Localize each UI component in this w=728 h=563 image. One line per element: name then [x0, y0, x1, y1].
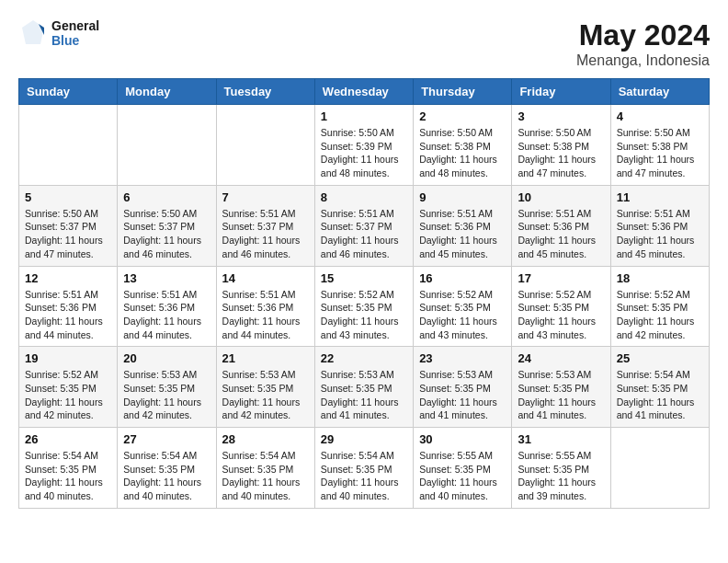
day-cell: 23Sunrise: 5:53 AM Sunset: 5:35 PM Dayli… [414, 347, 512, 428]
logo-container: General Blue [18, 18, 99, 48]
day-number: 13 [123, 271, 210, 285]
day-info: Sunrise: 5:50 AM Sunset: 5:38 PM Dayligh… [617, 126, 703, 180]
title-block: May 2024 Menanga, Indonesia [576, 18, 710, 69]
day-cell: 2Sunrise: 5:50 AM Sunset: 5:38 PM Daylig… [414, 105, 512, 186]
day-number: 11 [617, 190, 703, 204]
calendar-table: SundayMondayTuesdayWednesdayThursdayFrid… [18, 78, 710, 509]
logo-svg-icon [18, 18, 48, 48]
week-row-4: 19Sunrise: 5:52 AM Sunset: 5:35 PM Dayli… [19, 347, 710, 428]
day-info: Sunrise: 5:50 AM Sunset: 5:38 PM Dayligh… [518, 126, 604, 180]
day-cell: 16Sunrise: 5:52 AM Sunset: 5:35 PM Dayli… [414, 266, 512, 347]
day-number: 25 [617, 351, 703, 365]
day-number: 26 [25, 432, 111, 446]
day-cell: 4Sunrise: 5:50 AM Sunset: 5:38 PM Daylig… [610, 105, 709, 186]
day-cell: 31Sunrise: 5:55 AM Sunset: 5:35 PM Dayli… [512, 428, 610, 509]
day-number: 3 [518, 109, 604, 123]
day-cell [118, 105, 216, 186]
day-info: Sunrise: 5:52 AM Sunset: 5:35 PM Dayligh… [518, 288, 604, 342]
day-cell: 1Sunrise: 5:50 AM Sunset: 5:39 PM Daylig… [314, 105, 413, 186]
day-info: Sunrise: 5:55 AM Sunset: 5:35 PM Dayligh… [419, 449, 506, 503]
day-cell: 19Sunrise: 5:52 AM Sunset: 5:35 PM Dayli… [19, 347, 118, 428]
day-cell: 14Sunrise: 5:51 AM Sunset: 5:36 PM Dayli… [216, 266, 314, 347]
day-info: Sunrise: 5:54 AM Sunset: 5:35 PM Dayligh… [222, 449, 309, 503]
day-number: 9 [419, 190, 506, 204]
day-number: 18 [617, 271, 703, 285]
day-number: 16 [419, 271, 506, 285]
day-info: Sunrise: 5:53 AM Sunset: 5:35 PM Dayligh… [518, 368, 604, 422]
logo-blue: Blue [51, 33, 99, 48]
day-cell: 12Sunrise: 5:51 AM Sunset: 5:36 PM Dayli… [19, 266, 118, 347]
day-info: Sunrise: 5:54 AM Sunset: 5:35 PM Dayligh… [123, 449, 210, 503]
day-cell: 24Sunrise: 5:53 AM Sunset: 5:35 PM Dayli… [512, 347, 610, 428]
day-number: 20 [123, 351, 210, 365]
day-info: Sunrise: 5:51 AM Sunset: 5:37 PM Dayligh… [321, 207, 407, 261]
day-cell: 29Sunrise: 5:54 AM Sunset: 5:35 PM Dayli… [314, 428, 413, 509]
day-number: 12 [25, 271, 111, 285]
day-cell: 7Sunrise: 5:51 AM Sunset: 5:37 PM Daylig… [216, 185, 314, 266]
day-info: Sunrise: 5:53 AM Sunset: 5:35 PM Dayligh… [222, 368, 309, 422]
day-cell [216, 105, 314, 186]
day-cell: 21Sunrise: 5:53 AM Sunset: 5:35 PM Dayli… [216, 347, 314, 428]
day-info: Sunrise: 5:50 AM Sunset: 5:37 PM Dayligh… [25, 207, 111, 261]
day-info: Sunrise: 5:50 AM Sunset: 5:39 PM Dayligh… [321, 126, 407, 180]
day-cell: 20Sunrise: 5:53 AM Sunset: 5:35 PM Dayli… [118, 347, 216, 428]
day-number: 17 [518, 271, 604, 285]
day-number: 4 [617, 109, 703, 123]
day-number: 27 [123, 432, 210, 446]
day-cell: 26Sunrise: 5:54 AM Sunset: 5:35 PM Dayli… [19, 428, 118, 509]
day-info: Sunrise: 5:55 AM Sunset: 5:35 PM Dayligh… [518, 449, 604, 503]
day-info: Sunrise: 5:51 AM Sunset: 5:36 PM Dayligh… [617, 207, 703, 261]
day-info: Sunrise: 5:54 AM Sunset: 5:35 PM Dayligh… [617, 368, 703, 422]
day-info: Sunrise: 5:52 AM Sunset: 5:35 PM Dayligh… [419, 288, 506, 342]
col-header-saturday: Saturday [610, 79, 709, 105]
day-cell: 25Sunrise: 5:54 AM Sunset: 5:35 PM Dayli… [610, 347, 709, 428]
day-number: 19 [25, 351, 111, 365]
day-info: Sunrise: 5:51 AM Sunset: 5:36 PM Dayligh… [222, 288, 309, 342]
day-number: 14 [222, 271, 309, 285]
day-cell: 13Sunrise: 5:51 AM Sunset: 5:36 PM Dayli… [118, 266, 216, 347]
day-number: 28 [222, 432, 309, 446]
day-number: 15 [321, 271, 407, 285]
day-cell: 9Sunrise: 5:51 AM Sunset: 5:36 PM Daylig… [414, 185, 512, 266]
week-row-1: 1Sunrise: 5:50 AM Sunset: 5:39 PM Daylig… [19, 105, 710, 186]
location: Menanga, Indonesia [576, 52, 710, 69]
day-number: 1 [321, 109, 407, 123]
day-cell: 6Sunrise: 5:50 AM Sunset: 5:37 PM Daylig… [118, 185, 216, 266]
col-header-tuesday: Tuesday [216, 79, 314, 105]
col-header-wednesday: Wednesday [314, 79, 413, 105]
day-cell: 22Sunrise: 5:53 AM Sunset: 5:35 PM Dayli… [314, 347, 413, 428]
day-info: Sunrise: 5:51 AM Sunset: 5:37 PM Dayligh… [222, 207, 309, 261]
day-cell: 17Sunrise: 5:52 AM Sunset: 5:35 PM Dayli… [512, 266, 610, 347]
day-number: 5 [25, 190, 111, 204]
logo-general: General [51, 18, 99, 33]
day-cell: 18Sunrise: 5:52 AM Sunset: 5:35 PM Dayli… [610, 266, 709, 347]
day-cell: 3Sunrise: 5:50 AM Sunset: 5:38 PM Daylig… [512, 105, 610, 186]
day-number: 2 [419, 109, 506, 123]
day-cell [19, 105, 118, 186]
day-info: Sunrise: 5:51 AM Sunset: 5:36 PM Dayligh… [419, 207, 506, 261]
day-number: 29 [321, 432, 407, 446]
day-cell: 15Sunrise: 5:52 AM Sunset: 5:35 PM Dayli… [314, 266, 413, 347]
day-number: 21 [222, 351, 309, 365]
col-header-thursday: Thursday [414, 79, 512, 105]
day-info: Sunrise: 5:51 AM Sunset: 5:36 PM Dayligh… [518, 207, 604, 261]
day-cell: 10Sunrise: 5:51 AM Sunset: 5:36 PM Dayli… [512, 185, 610, 266]
month-title: May 2024 [576, 18, 710, 52]
day-number: 23 [419, 351, 506, 365]
day-number: 10 [518, 190, 604, 204]
day-number: 6 [123, 190, 210, 204]
day-cell [610, 428, 709, 509]
day-info: Sunrise: 5:52 AM Sunset: 5:35 PM Dayligh… [617, 288, 703, 342]
day-cell: 28Sunrise: 5:54 AM Sunset: 5:35 PM Dayli… [216, 428, 314, 509]
page-header: General Blue May 2024 Menanga, Indonesia [18, 18, 710, 69]
day-info: Sunrise: 5:53 AM Sunset: 5:35 PM Dayligh… [321, 368, 407, 422]
day-info: Sunrise: 5:54 AM Sunset: 5:35 PM Dayligh… [321, 449, 407, 503]
col-header-friday: Friday [512, 79, 610, 105]
day-cell: 8Sunrise: 5:51 AM Sunset: 5:37 PM Daylig… [314, 185, 413, 266]
col-header-monday: Monday [118, 79, 216, 105]
day-info: Sunrise: 5:51 AM Sunset: 5:36 PM Dayligh… [123, 288, 210, 342]
week-row-5: 26Sunrise: 5:54 AM Sunset: 5:35 PM Dayli… [19, 428, 710, 509]
week-row-2: 5Sunrise: 5:50 AM Sunset: 5:37 PM Daylig… [19, 185, 710, 266]
day-number: 30 [419, 432, 506, 446]
day-number: 22 [321, 351, 407, 365]
